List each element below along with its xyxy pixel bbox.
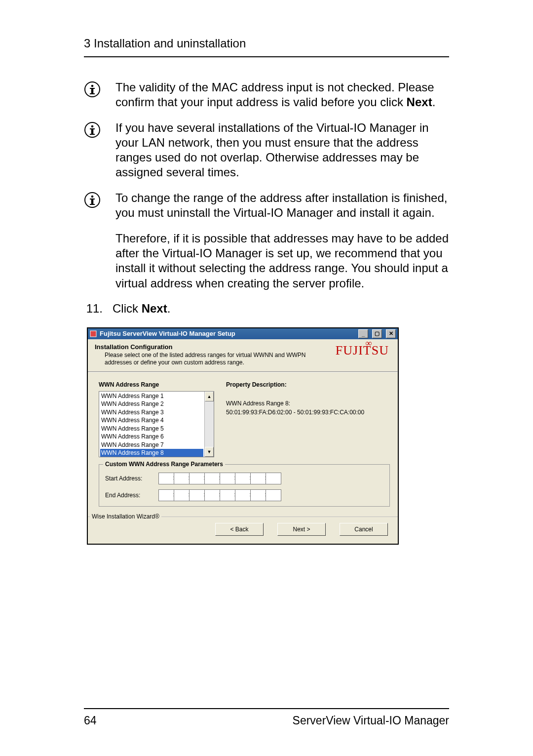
svg-rect-15 <box>90 331 96 337</box>
maximize-button[interactable]: ▢ <box>372 329 382 338</box>
svg-rect-9 <box>90 134 95 135</box>
installer-window: Fujitsu ServerView Virtual-IO Manager Se… <box>87 327 399 545</box>
install-subtext: Please select one of the listed address … <box>95 351 312 366</box>
end-address-label: End Address: <box>105 492 151 499</box>
next-button[interactable]: Next > <box>277 523 326 536</box>
wise-label-row: Wise Installation Wizard® < Back Next > … <box>88 517 398 544</box>
info-icon <box>84 81 101 110</box>
custom-range-fieldset: Custom WWN Address Range Parameters Star… <box>99 464 390 507</box>
bold: Next <box>142 302 167 315</box>
step-text: Click Next. <box>113 302 170 316</box>
cancel-button[interactable]: Cancel <box>340 523 388 536</box>
svg-point-6 <box>91 125 94 128</box>
list-item[interactable]: WWN Address Range 5 <box>100 425 203 433</box>
list-item[interactable]: WWN Address Range 7 <box>100 441 203 449</box>
back-button[interactable]: < Back <box>215 523 264 536</box>
step-11: 11. Click Next. <box>84 302 449 316</box>
bold: Next <box>407 95 432 109</box>
svg-rect-13 <box>90 199 95 199</box>
list-item[interactable]: WWN Address Range 2 <box>100 400 203 408</box>
list-item[interactable]: WWN Address Range 4 <box>100 416 203 425</box>
svg-rect-3 <box>90 88 95 89</box>
svg-point-11 <box>91 196 94 198</box>
install-heading: Installation Configuration <box>95 343 336 351</box>
svg-rect-4 <box>90 93 95 94</box>
titlebar[interactable]: Fujitsu ServerView Virtual-IO Manager Se… <box>88 328 398 339</box>
scrollbar[interactable]: ▲ ▼ <box>204 392 214 457</box>
fieldset-legend: Custom WWN Address Range Parameters <box>103 461 225 468</box>
note-text: The validity of the MAC address input is… <box>115 80 449 110</box>
list-item[interactable]: WWN Address Range 3 <box>100 408 203 417</box>
text: . <box>167 302 171 315</box>
scroll-up-icon[interactable]: ▲ <box>205 392 214 401</box>
install-header: Installation Configuration Please select… <box>88 339 398 371</box>
close-button[interactable]: ✕ <box>386 329 396 338</box>
text: The validity of the MAC address input is… <box>115 80 434 109</box>
note-2: If you have several installations of the… <box>84 120 449 180</box>
svg-rect-14 <box>90 204 95 205</box>
app-icon <box>90 330 97 337</box>
list-item[interactable]: WWN Address Range 8 <box>100 449 203 457</box>
divider <box>84 708 449 709</box>
fujitsu-logo: ∞FUJITSU <box>336 343 391 358</box>
note-1: The validity of the MAC address input is… <box>84 80 449 110</box>
wwn-range-label: WWN Address Range <box>99 381 214 388</box>
paragraph: Therefore, if it is possible that addres… <box>115 231 449 291</box>
window-title: Fujitsu ServerView Virtual-IO Manager Se… <box>100 330 235 337</box>
end-address-input[interactable] <box>158 489 281 501</box>
page-footer: 64 ServerView Virtual-IO Manager <box>84 708 449 727</box>
note-3: To change the range of the address after… <box>84 191 449 220</box>
selected-range-value: 50:01:99:93:FA:D6:02:00 - 50:01:99:93:FC… <box>226 409 390 416</box>
wise-label: Wise Installation Wizard® <box>90 513 161 520</box>
wwn-range-listbox[interactable]: WWN Address Range 1WWN Address Range 2WW… <box>99 391 214 457</box>
start-address-input[interactable] <box>158 473 281 484</box>
minimize-button[interactable]: _ <box>358 329 368 338</box>
info-icon <box>84 192 101 220</box>
text: . <box>432 95 436 109</box>
text: Click <box>113 302 142 315</box>
info-icon <box>84 121 101 180</box>
divider <box>84 56 449 57</box>
property-desc-label: Property Description: <box>226 381 390 388</box>
list-item[interactable]: WWN Address Range 1 <box>100 392 203 400</box>
step-number: 11. <box>84 302 103 316</box>
start-address-label: Start Address: <box>105 475 151 482</box>
list-item[interactable]: WWN Address Range 6 <box>100 433 203 441</box>
section-title: 3 Installation and uninstallation <box>84 37 449 50</box>
note-text: If you have several installations of the… <box>115 120 449 180</box>
product-name: ServerView Virtual-IO Manager <box>293 714 449 727</box>
note-text: To change the range of the address after… <box>115 191 449 220</box>
selected-range-title: WWN Address Range 8: <box>226 400 390 407</box>
svg-rect-8 <box>90 128 95 129</box>
svg-point-1 <box>91 85 94 87</box>
page-number: 64 <box>84 714 97 727</box>
scroll-down-icon[interactable]: ▼ <box>205 447 214 457</box>
